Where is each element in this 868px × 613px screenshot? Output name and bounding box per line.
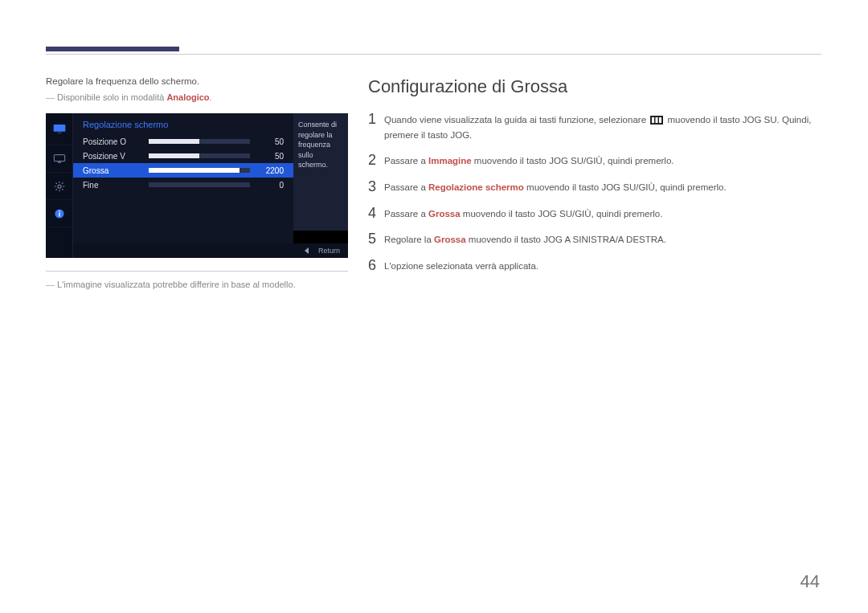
return-label: Return [318,247,340,255]
svg-rect-17 [652,117,654,123]
manual-page: Regolare la frequenza dello schermo. ― D… [0,0,868,613]
page-number: 44 [800,571,820,592]
step-5a: Regolare la [384,235,434,244]
dash-icon: ― [46,92,55,102]
step-2a: Passare a [384,156,428,166]
step-number: 5 [368,231,384,246]
osd-row-label: Posizione V [83,152,149,161]
step-text: Regolare la Grossa muovendo il tasto JOG… [384,231,821,247]
right-column: Configurazione di Grossa 1 Quando viene … [368,76,821,284]
step-number: 2 [368,153,384,167]
monitor-icon [46,113,73,145]
step-4-bold: Grossa [428,209,461,219]
osd-slider [149,168,250,173]
step-3b: muovendo il tasto JOG SU/GIÙ, quindi pre… [524,182,727,192]
note-prefix: Disponibile solo in modalità [57,92,166,102]
step-number: 6 [368,258,384,272]
back-triangle-icon [305,247,309,254]
step-5-bold: Grossa [434,235,466,244]
svg-rect-14 [59,212,59,216]
svg-rect-19 [659,117,661,123]
top-rule [46,54,821,55]
osd-title: Regolazione schermo [73,113,293,134]
section-title: Configurazione di Grossa [368,76,821,97]
info-icon [46,200,73,227]
step-3a: Passare a [384,182,428,192]
svg-point-4 [58,184,61,187]
step-number: 4 [368,206,384,220]
step-6: 6 L'opzione selezionata verrà applicata. [368,258,821,273]
svg-rect-0 [54,125,66,132]
gear-icon [46,173,73,200]
display-outline-icon [46,145,73,173]
step-text: Passare a Immagine muovendo il tasto JOG… [384,153,821,168]
osd-row-fine: Fine 0 [73,178,293,192]
osd-footer: Return [73,243,348,258]
svg-rect-3 [58,161,61,162]
svg-rect-18 [656,117,658,123]
osd-row-value: 50 [258,137,284,146]
osd-row-posizione-o: Posizione O 50 [73,134,293,149]
osd-slider [149,182,250,187]
svg-rect-15 [59,210,59,211]
step-text: Passare a Grossa muovendo il tasto JOG S… [384,206,821,221]
step-2: 2 Passare a Immagine muovendo il tasto J… [368,153,821,168]
osd-row-value: 50 [258,152,284,161]
osd-row-posizione-v: Posizione V 50 [73,149,293,163]
image-disclaimer: ― L'immagine visualizzata potrebbe diffe… [46,280,348,289]
svg-line-9 [55,182,56,183]
dash-icon: ― [46,280,55,289]
step-5: 5 Regolare la Grossa muovendo il tasto J… [368,231,821,247]
step-number: 3 [368,179,384,194]
osd-row-label: Fine [83,181,149,190]
availability-note: ― Disponibile solo in modalità Analogico… [46,92,348,102]
osd-description-panel: Consente di regolare la frequenza sullo … [293,113,348,231]
step-4b: muovendo il tasto JOG SU/GIÙ, quindi pre… [461,209,663,219]
intro-text: Regolare la frequenza dello schermo. [46,76,348,86]
note-mode: Analogico [166,92,209,102]
osd-row-grossa: Grossa 2200 [73,163,293,178]
osd-preview: Regolazione schermo Posizione O 50 Posiz… [46,113,348,258]
step-2b: muovendo il tasto JOG SU/GIÙ, quindi pre… [472,156,674,166]
osd-slider [149,153,250,158]
step-number: 1 [368,112,384,126]
step-4a: Passare a [384,209,428,219]
svg-rect-2 [54,154,64,161]
osd-sidebar [46,113,73,258]
step-text: Passare a Regolazione schermo muovendo i… [384,179,821,194]
footnote-rule [46,271,348,272]
osd-row-label: Posizione O [83,137,149,146]
osd-row-label: Grossa [83,166,149,175]
svg-line-12 [62,182,63,183]
step-3: 3 Passare a Regolazione schermo muovendo… [368,179,821,194]
svg-line-11 [55,189,56,190]
step-text: Quando viene visualizzata la guida ai ta… [384,112,821,141]
footnote-text: L'immagine visualizzata potrebbe differi… [57,280,296,289]
step-1: 1 Quando viene visualizzata la guida ai … [368,112,821,141]
left-column: Regolare la frequenza dello schermo. ― D… [46,76,348,289]
svg-line-10 [62,189,63,190]
osd-main-panel: Regolazione schermo Posizione O 50 Posiz… [73,113,293,258]
step-5b: muovendo il tasto JOG A SINISTRA/A DESTR… [466,235,666,244]
step-text: L'opzione selezionata verrà applicata. [384,258,821,273]
step-3-bold: Regolazione schermo [428,182,524,192]
osd-row-value: 2200 [258,166,284,175]
osd-row-value: 0 [258,181,284,190]
note-suffix: . [210,92,212,102]
step-1a: Quando viene visualizzata la guida ai ta… [384,115,649,125]
menu-icon [650,115,663,129]
steps-list: 1 Quando viene visualizzata la guida ai … [368,112,821,273]
osd-slider [149,139,250,144]
step-2-bold: Immagine [428,156,472,166]
svg-rect-1 [57,132,61,133]
header-accent-bar [46,47,179,51]
step-4: 4 Passare a Grossa muovendo il tasto JOG… [368,206,821,221]
